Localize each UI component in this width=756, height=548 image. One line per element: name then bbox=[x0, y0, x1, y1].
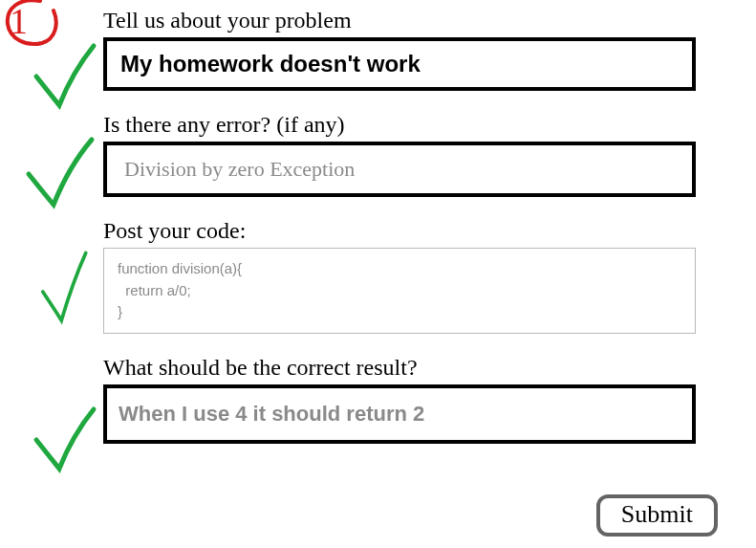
error-label-text: Is there any error? bbox=[103, 112, 270, 137]
code-field-group: Post your code: function division(a){ re… bbox=[103, 218, 715, 334]
error-field-group: Is there any error? (if any) Division by… bbox=[103, 112, 715, 197]
submit-button[interactable]: Submit bbox=[596, 494, 718, 537]
checkmark-icon bbox=[25, 38, 111, 124]
error-input[interactable]: Division by zero Exception bbox=[103, 142, 696, 197]
problem-label: Tell us about your problem bbox=[103, 8, 715, 33]
question-number: 1 bbox=[10, 0, 28, 42]
problem-input[interactable]: My homework doesn't work bbox=[103, 37, 696, 91]
error-label: Is there any error? (if any) bbox=[103, 112, 715, 138]
checkmark-icon bbox=[25, 402, 111, 488]
expected-label: What should be the correct result? bbox=[103, 355, 715, 381]
code-label: Post your code: bbox=[103, 218, 715, 244]
checkmark-icon bbox=[25, 249, 111, 335]
problem-field-group: Tell us about your problem My homework d… bbox=[103, 8, 715, 91]
checkmark-icon bbox=[19, 134, 105, 220]
question-form: Tell us about your problem My homework d… bbox=[103, 8, 715, 453]
expected-field-group: What should be the correct result? When … bbox=[103, 355, 715, 444]
code-input[interactable]: function division(a){ return a/0; } bbox=[103, 248, 696, 334]
error-label-note: (if any) bbox=[276, 112, 344, 137]
expected-input[interactable]: When I use 4 it should return 2 bbox=[103, 384, 696, 444]
